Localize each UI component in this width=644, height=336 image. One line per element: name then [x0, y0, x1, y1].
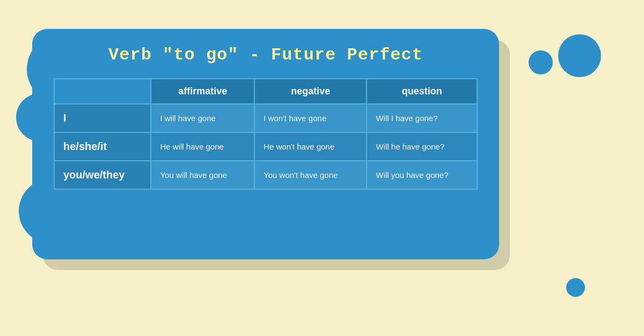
affirmative-he: He will have gone — [151, 132, 254, 161]
negative-i: I won't have gone — [254, 104, 367, 132]
pronoun-you: you/we/they — [54, 161, 151, 189]
affirmative-i: I will have gone — [151, 104, 254, 132]
scene: Verb "to go" - Future Perfect affirmativ… — [27, 24, 617, 313]
circle-top-right-1 — [558, 34, 601, 77]
table-body: I I will have gone I won't have gone Wil… — [54, 104, 477, 189]
header-negative: negative — [254, 79, 367, 104]
header-affirmative: affirmative — [151, 79, 254, 104]
negative-you: You won't have gone — [254, 161, 367, 189]
affirmative-you: You will have gone — [151, 161, 254, 189]
question-you: Will you have gone? — [367, 161, 477, 189]
table-row: you/we/they You will have gone You won't… — [54, 161, 477, 189]
header-empty — [54, 79, 151, 104]
circle-top-right-2 — [529, 50, 553, 74]
main-card: Verb "to go" - Future Perfect affirmativ… — [32, 29, 499, 259]
pronoun-he: he/she/it — [54, 132, 151, 161]
question-i: Will I have gone? — [367, 104, 477, 132]
page-title: Verb "to go" - Future Perfect — [54, 45, 478, 65]
table-header-row: affirmative negative question — [54, 79, 477, 104]
negative-he: He won't have gone — [254, 132, 367, 161]
table-row: I I will have gone I won't have gone Wil… — [54, 104, 477, 132]
header-question: question — [367, 79, 477, 104]
table-row: he/she/it He will have gone He won't hav… — [54, 132, 477, 161]
question-he: Will he have gone? — [367, 132, 477, 161]
grammar-table: affirmative negative question I I will h… — [54, 78, 478, 190]
circle-bottom-right — [566, 278, 585, 297]
pronoun-i: I — [54, 104, 151, 132]
